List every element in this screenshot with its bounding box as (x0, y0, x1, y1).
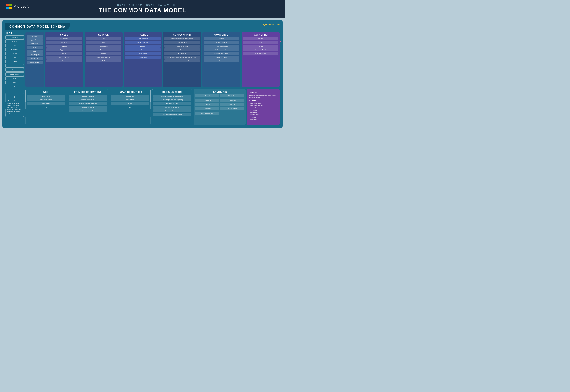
project-items: Project PlanningProject ResourcingProjec… (69, 95, 107, 112)
commerce-dots: ... (204, 63, 239, 66)
marketing-arrow (280, 40, 281, 43)
account-attribute: • createdOn (249, 107, 278, 109)
account-info-desc: Business that represents a customer or p… (249, 94, 278, 98)
account-attribute: • hotelGroup (249, 118, 278, 121)
list-item: Service (86, 52, 121, 55)
marketing-dots: ... (243, 56, 278, 58)
top-columns: AccountAppointmentCampaignContactLeadMar… (26, 32, 280, 87)
list-item: Trade Agreements (164, 45, 200, 48)
generic-item: Social Activity (27, 61, 43, 64)
sales-dots: ... (46, 63, 82, 66)
core-item: Owner (5, 68, 24, 72)
list-item: Marketing Email (243, 48, 278, 51)
service-title: SERVICE (86, 34, 121, 36)
web-col: WEB Link ClicksWeb InteractionsWeb Page … (26, 89, 66, 125)
dynamics-label: Dynamics 365 (262, 23, 280, 26)
generic-col: AccountAppointmentCampaignContactLeadMar… (26, 32, 44, 87)
finance-dots: ... (125, 60, 161, 62)
core-item: Goal (5, 56, 24, 59)
core-item: Activity (5, 40, 24, 43)
core-item: Organization (5, 72, 24, 76)
project-ops-title: PROJECT OPERATIONS (69, 91, 107, 93)
healthcare-item: Patient (195, 94, 219, 97)
header-title: THE COMMON DATA MODEL (99, 7, 186, 14)
list-item: Project Invoicing (69, 106, 107, 109)
service-dots: ... (86, 63, 121, 66)
list-item: Scheduling Group (86, 56, 121, 59)
logo-green (9, 4, 12, 6)
web-items: Link ClicksWeb InteractionsWeb Page (27, 95, 65, 105)
account-attribute: • accountRatingCode (249, 104, 278, 107)
down-arrow-icon: ▼ (7, 95, 22, 99)
commerce-col: COMMERCE ChannelProduct catalogPrices & … (202, 32, 240, 87)
healthcare-grid: PatientMedicationPracticionerProcedureDe… (195, 94, 244, 115)
logo-red (6, 4, 9, 6)
finance-title: FINANCE (125, 34, 161, 36)
account-info-title: Account: (249, 91, 278, 93)
list-item: Event (243, 45, 278, 48)
account-info-box: Account: Business that represents a cust… (247, 89, 280, 125)
list-item: Prices & Discounts (204, 45, 239, 48)
list-item: Project Accounting (69, 109, 107, 112)
globalization-col: GLOBALIZATION Tax determination and calc… (152, 89, 193, 125)
core-item: Account (5, 35, 24, 39)
finance-items: Main accountsGeneral LedgerBudgetBankFix… (125, 37, 161, 59)
healthcare-item: Encounter (220, 103, 244, 106)
account-attribute: • territoryid (249, 116, 278, 118)
account-attribute: • creditLimit (249, 109, 278, 111)
list-item: Budget (125, 45, 161, 48)
left-text-box: ▼ Working with subject matter & industry… (5, 89, 24, 117)
list-item: Entitlement (86, 45, 121, 48)
generic-item: Lead (27, 50, 43, 53)
list-item: Web Interactions (27, 98, 65, 101)
list-item: Channel (204, 37, 239, 40)
list-item: Project Planning (69, 95, 107, 98)
list-item: Contact (243, 41, 278, 44)
service-col: SERVICE CaseContractEntitlementResourceS… (85, 32, 123, 87)
supply-chain-title: SUPPLY CHAIN (164, 34, 200, 36)
marketing-items: AccountContactEventMarketing EmailMarket… (243, 37, 278, 55)
list-item: Discount (46, 41, 82, 44)
list-item: Tax and audit reports (153, 106, 191, 109)
sales-col: SALES CompetitorDiscountInvoiceOpportuni… (45, 32, 83, 87)
list-item: Task (86, 59, 121, 62)
healthcare-col: HEALTHCARE PatientMedicationPracticioner… (194, 89, 246, 125)
core-items: AccountActivityContactCurrencyEmailGoalL… (5, 35, 24, 84)
list-item: Business documents (153, 109, 191, 112)
list-item: Case (86, 37, 121, 40)
supply-items: Product Information ManagementProcuremen… (164, 37, 200, 62)
logo-text: Microsoft (14, 5, 29, 8)
core-item: Email (5, 52, 24, 55)
list-item: Warehouse and Transportation Management (164, 56, 200, 59)
healthcare-title: HEALTHCARE (195, 91, 244, 93)
generic-item: Account (27, 35, 43, 38)
list-item: Payment formats (153, 102, 191, 105)
hr-dots: ... (111, 106, 149, 108)
expansion-text: Working with subject matter & industry e… (7, 100, 22, 115)
list-item: Worker (111, 102, 149, 105)
commerce-items: ChannelProduct catalogPrices & Discounts… (204, 37, 239, 62)
sales-items: CompetitorDiscountInvoiceOpportunityOrde… (46, 37, 82, 62)
healthcare-item: Episode of Care (220, 107, 244, 110)
core-item: Note (5, 64, 24, 68)
logo: Microsoft (6, 4, 29, 9)
marketing-col: MARKETING AccountContactEventMarketing E… (242, 32, 280, 87)
list-item: Dimensions (125, 56, 161, 59)
account-attrs-title: Attributes: (249, 100, 278, 101)
list-item: Sales (164, 48, 200, 51)
list-item: Procurement (164, 41, 200, 44)
core-item: Position (5, 76, 24, 80)
supply-dots: ... (164, 63, 200, 66)
account-attribute: • openDeals (249, 111, 278, 114)
bottom-section: ▼ Working with subject matter & industry… (5, 89, 280, 125)
healthcare-item: Medication (220, 94, 244, 97)
healthcare-item: Procedure (220, 99, 244, 102)
healthcare-item: Device (195, 103, 219, 106)
core-column: CORE AccountActivityContactCurrencyEmail… (5, 32, 24, 87)
list-item: Web Page (27, 102, 65, 105)
list-item: Production (164, 52, 200, 55)
generic-item: Contact (27, 46, 43, 49)
list-item: Asset Management (164, 59, 200, 62)
logo-blue (6, 7, 9, 9)
list-item: Product catalog (204, 41, 239, 44)
